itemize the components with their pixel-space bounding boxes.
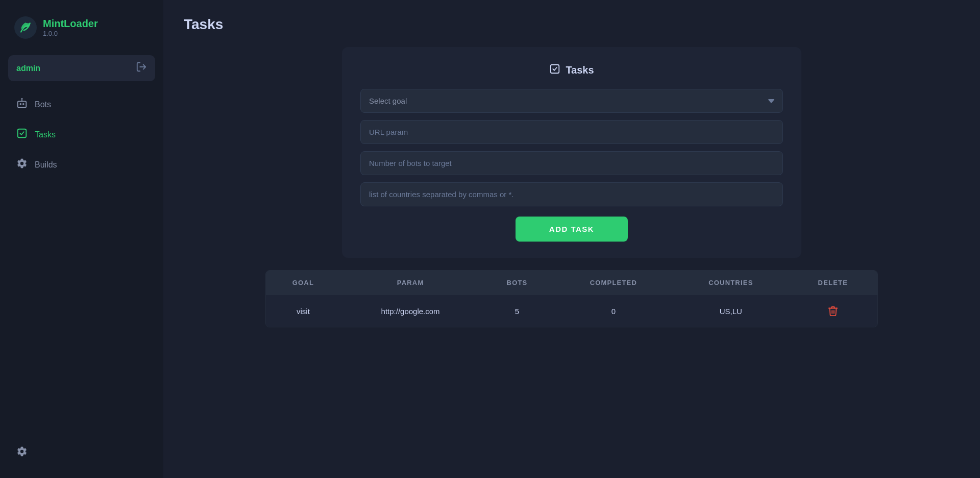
brand-name: MintLoader: [43, 18, 98, 30]
svg-point-3: [21, 98, 23, 100]
col-goal: GOAL: [266, 271, 340, 295]
url-param-input[interactable]: [360, 120, 783, 144]
table-row: visit http://google.com 5 0 US,LU: [266, 295, 877, 327]
countries-input[interactable]: [360, 182, 783, 206]
brand-text: MintLoader 1.0.0: [43, 18, 98, 37]
tasks-table: GOAL PARAM BOTS COMPLETED COUNTRIES DELE…: [266, 271, 877, 327]
sidebar-item-bots-label: Bots: [35, 100, 51, 109]
cell-goal: visit: [266, 295, 340, 327]
svg-point-2: [22, 103, 24, 105]
url-param-field: [360, 120, 783, 144]
svg-rect-5: [551, 65, 559, 74]
table-header: GOAL PARAM BOTS COMPLETED COUNTRIES DELE…: [266, 271, 877, 295]
sidebar-item-bots[interactable]: Bots: [8, 91, 155, 117]
table-header-row: GOAL PARAM BOTS COMPLETED COUNTRIES DELE…: [266, 271, 877, 295]
cell-param: http://google.com: [340, 295, 481, 327]
sidebar-item-settings[interactable]: [8, 440, 155, 466]
add-task-button[interactable]: ADD TASK: [516, 217, 628, 242]
tasks-table-container: GOAL PARAM BOTS COMPLETED COUNTRIES DELE…: [265, 270, 878, 327]
col-countries: COUNTRIES: [673, 271, 788, 295]
svg-rect-4: [18, 129, 27, 138]
username-label: admin: [16, 64, 40, 73]
task-card-icon: [549, 63, 560, 77]
col-delete: DELETE: [789, 271, 877, 295]
col-param: PARAM: [340, 271, 481, 295]
sidebar-item-tasks-label: Tasks: [35, 130, 56, 139]
svg-rect-0: [18, 101, 27, 107]
countries-field: [360, 182, 783, 206]
task-card-title: Tasks: [566, 64, 594, 76]
brand-version: 1.0.0: [43, 30, 98, 37]
bots-target-field: [360, 151, 783, 175]
brand-area: MintLoader 1.0.0: [8, 12, 155, 43]
cell-delete: [789, 295, 877, 327]
goal-select[interactable]: Select goal visit download: [360, 89, 783, 113]
main-content: Tasks Tasks Select goal visit download: [163, 0, 980, 478]
tasks-icon: [16, 128, 28, 141]
leaf-icon: [19, 21, 32, 34]
cell-countries: US,LU: [673, 295, 788, 327]
sidebar-item-builds[interactable]: Builds: [8, 152, 155, 178]
logout-button[interactable]: [136, 61, 147, 75]
page-title: Tasks: [184, 16, 960, 33]
delete-button[interactable]: [823, 303, 843, 319]
task-form-card: Tasks Select goal visit download ADD TAS…: [342, 47, 801, 258]
svg-point-1: [19, 103, 21, 105]
goal-select-field: Select goal visit download: [360, 89, 783, 113]
settings-icon: [16, 446, 28, 460]
sidebar-item-builds-label: Builds: [35, 160, 57, 170]
builds-icon: [16, 158, 28, 172]
sidebar: MintLoader 1.0.0 admin Bots: [0, 0, 163, 478]
cell-bots: 5: [480, 295, 553, 327]
brand-logo: [14, 16, 37, 39]
sidebar-bottom: [8, 440, 155, 466]
table-body: visit http://google.com 5 0 US,LU: [266, 295, 877, 327]
cell-completed: 0: [554, 295, 673, 327]
user-row: admin: [8, 55, 155, 81]
bots-icon: [16, 98, 28, 111]
bots-target-input[interactable]: [360, 151, 783, 175]
task-card-header: Tasks: [360, 63, 783, 77]
col-completed: COMPLETED: [554, 271, 673, 295]
sidebar-item-tasks[interactable]: Tasks: [8, 122, 155, 148]
col-bots: BOTS: [480, 271, 553, 295]
